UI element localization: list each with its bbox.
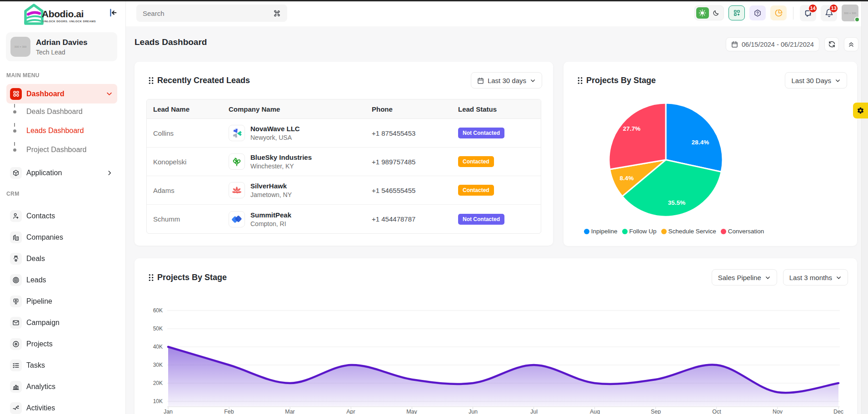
- svg-text:May: May: [406, 409, 417, 414]
- svg-text:Jan: Jan: [164, 409, 173, 414]
- svg-text:50K: 50K: [153, 325, 163, 332]
- svg-text:20K: 20K: [153, 380, 163, 386]
- svg-text:30K: 30K: [153, 362, 163, 368]
- svg-text:60K: 60K: [153, 307, 163, 314]
- svg-text:Apr: Apr: [346, 409, 355, 414]
- svg-text:Dec: Dec: [833, 409, 843, 414]
- svg-text:Nov: Nov: [773, 409, 783, 414]
- svg-text:28.4%: 28.4%: [692, 139, 709, 146]
- svg-text:Aug: Aug: [590, 409, 600, 414]
- svg-text:8.4%: 8.4%: [620, 175, 634, 182]
- svg-text:Mar: Mar: [285, 409, 295, 414]
- svg-text:Feb: Feb: [224, 409, 234, 414]
- svg-text:27.7%: 27.7%: [623, 125, 640, 132]
- svg-text:10K: 10K: [153, 398, 163, 404]
- svg-text:Jul: Jul: [530, 409, 538, 414]
- svg-text:Sep: Sep: [651, 409, 661, 414]
- svg-text:40K: 40K: [153, 344, 163, 350]
- svg-text:Oct: Oct: [712, 409, 721, 414]
- svg-text:Jun: Jun: [469, 409, 478, 414]
- svg-text:35.5%: 35.5%: [668, 199, 685, 206]
